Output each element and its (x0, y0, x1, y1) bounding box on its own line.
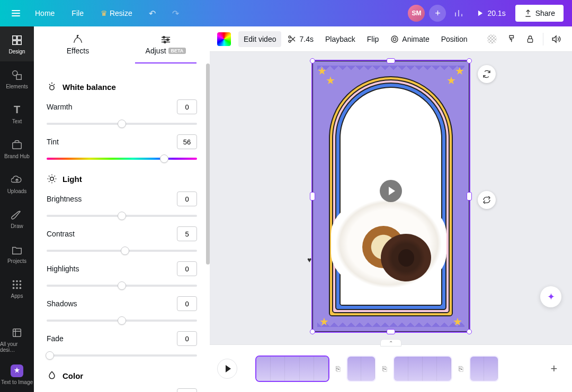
svg-point-18 (163, 37, 165, 39)
rail-text[interactable]: TText (0, 96, 34, 131)
timeline: ⌃ 6.9s⎘3.0s⎘6.4s⎘3.5s + (210, 344, 572, 392)
analytics-button[interactable] (450, 5, 467, 22)
animate-button[interactable]: Animate (385, 31, 434, 47)
timeline-clip[interactable]: 3.0s (346, 355, 376, 382)
crown-icon: ♛ (101, 9, 108, 17)
side-panel: f Effects AdjustBETA White balance Warmt… (34, 26, 210, 392)
value-input-contrast[interactable] (177, 226, 197, 241)
resize-handle[interactable] (310, 192, 315, 200)
rail-elements[interactable]: Elements (0, 61, 34, 96)
slider-tint[interactable] (47, 153, 197, 164)
control-label: Brightness (47, 195, 82, 203)
value-input-fade[interactable] (177, 331, 197, 346)
sync-button[interactable] (478, 191, 496, 209)
playback-button[interactable]: Playback (320, 31, 361, 47)
slider-shadows[interactable] (47, 315, 197, 326)
resize-button[interactable]: ♛Resize (95, 6, 138, 21)
value-input-vibrance[interactable] (177, 388, 197, 392)
home-button[interactable]: Home (30, 6, 60, 21)
svg-point-14 (16, 287, 18, 289)
control-tint: Tint (47, 134, 197, 164)
timeline-clip[interactable]: 6.9s (255, 355, 329, 382)
canvas-area[interactable]: ★ ★ ★ ★ ★ ★ (210, 52, 572, 366)
value-input-warmth[interactable] (177, 99, 197, 114)
invite-button[interactable]: + (429, 5, 446, 22)
rail-projects[interactable]: Projects (0, 236, 34, 271)
tab-adjust[interactable]: AdjustBETA (122, 26, 210, 63)
svg-text:f: f (77, 35, 78, 39)
control-brightness: Brightness (47, 192, 197, 221)
flip-button[interactable]: Flip (362, 31, 385, 47)
copy-style-button[interactable] (503, 31, 520, 48)
expand-timeline-button[interactable]: ⌃ (380, 339, 401, 347)
share-button[interactable]: Share (515, 5, 564, 22)
selected-element[interactable]: ★ ★ ★ ★ ★ ★ (312, 61, 469, 332)
svg-rect-30 (528, 39, 532, 42)
resize-handle[interactable] (310, 329, 315, 334)
svg-point-20 (164, 41, 166, 43)
rail-allyour[interactable]: All your desi… (0, 322, 34, 357)
resize-handle[interactable] (467, 329, 472, 334)
regenerate-button[interactable] (478, 65, 496, 83)
resize-handle[interactable] (467, 192, 472, 200)
slider-warmth[interactable] (47, 118, 197, 129)
svg-rect-6 (13, 142, 22, 149)
file-menu[interactable]: File (66, 6, 89, 21)
menu-button[interactable] (8, 7, 23, 20)
slider-fade[interactable] (47, 350, 197, 361)
magic-button[interactable]: ✦ (540, 286, 561, 307)
redo-button[interactable]: ↷ (167, 5, 184, 22)
resize-handle[interactable] (467, 58, 472, 63)
transparency-button[interactable] (484, 31, 501, 48)
timeline-play-button[interactable] (217, 359, 237, 379)
rail-brandhub[interactable]: Brand Hub (0, 131, 34, 166)
color-picker[interactable] (217, 32, 231, 46)
add-page-button[interactable]: + (543, 358, 565, 379)
present-button[interactable]: 20.1s (471, 6, 511, 21)
rail-design[interactable]: Design (0, 26, 34, 61)
control-label: Contrast (47, 230, 75, 238)
rail-uploads[interactable]: Uploads (0, 166, 34, 201)
value-input-highlights[interactable] (177, 261, 197, 276)
position-button[interactable]: Position (436, 31, 473, 47)
transition-icon[interactable]: ⎘ (455, 362, 466, 375)
control-highlights: Highlights (47, 261, 197, 291)
user-avatar[interactable]: SM (408, 5, 425, 22)
transition-icon[interactable]: ⎘ (379, 362, 390, 375)
timeline-clip[interactable]: 6.4s (393, 355, 452, 382)
svg-point-13 (13, 287, 15, 289)
undo-button[interactable]: ↶ (144, 5, 161, 22)
slider-contrast[interactable] (47, 245, 197, 256)
control-contrast: Contrast (47, 226, 197, 256)
control-shadows: Shadows (47, 296, 197, 326)
svg-point-10 (13, 284, 15, 286)
transition-icon[interactable]: ⎘ (333, 362, 343, 375)
svg-point-15 (20, 287, 22, 289)
lock-button[interactable] (522, 31, 539, 48)
trim-button[interactable]: 7.4s (282, 31, 318, 47)
slider-highlights[interactable] (47, 280, 197, 291)
value-input-shadows[interactable] (177, 296, 197, 311)
svg-point-19 (167, 39, 169, 41)
resize-handle[interactable] (310, 58, 315, 63)
edit-video-button[interactable]: Edit video (238, 31, 281, 47)
left-rail: Design Elements TText Brand Hub Uploads … (0, 26, 34, 392)
tab-effects[interactable]: f Effects (34, 26, 122, 63)
control-label: Tint (47, 138, 59, 146)
value-input-tint[interactable] (177, 134, 197, 149)
timeline-clip[interactable]: 3.5s (469, 355, 499, 382)
rail-apps[interactable]: Apps (0, 271, 34, 306)
value-input-brightness[interactable] (177, 192, 197, 206)
svg-point-26 (394, 38, 396, 40)
control-label: Warmth (47, 103, 72, 111)
volume-button[interactable] (548, 31, 565, 48)
resize-handle[interactable] (387, 58, 395, 63)
rail-tti[interactable]: Text to Image (0, 357, 34, 392)
svg-point-21 (50, 86, 54, 90)
resize-handle[interactable] (387, 329, 395, 334)
slider-brightness[interactable] (47, 211, 197, 221)
svg-rect-2 (13, 40, 16, 44)
panel-scrollbar[interactable] (206, 63, 210, 265)
rail-draw[interactable]: Draw (0, 201, 34, 236)
control-fade: Fade (47, 331, 197, 361)
